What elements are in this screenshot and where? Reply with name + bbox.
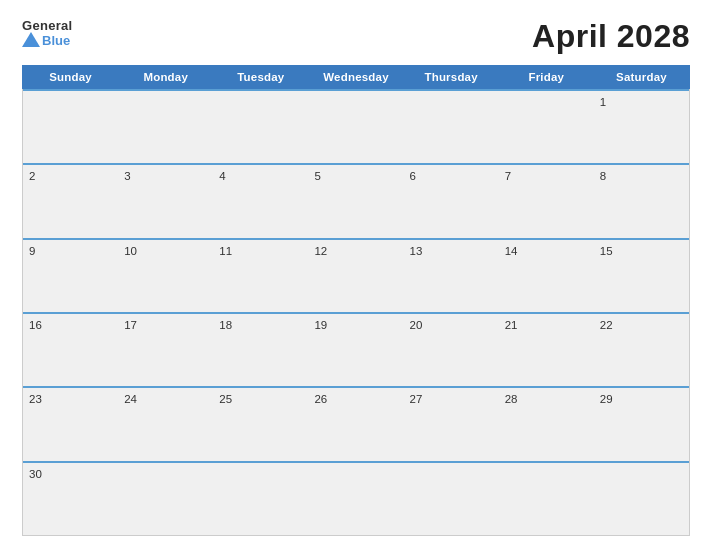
cal-cell-w5-thu: 27 [404, 388, 499, 460]
cal-cell-w3-mon: 10 [118, 240, 213, 312]
week-row-5: 23 24 25 26 27 28 29 [23, 386, 689, 460]
cal-cell-w1-sun [23, 91, 118, 163]
calendar-header-row: Sunday Monday Tuesday Wednesday Thursday… [22, 65, 690, 89]
cal-cell-w1-wed [308, 91, 403, 163]
cal-cell-w2-sat: 8 [594, 165, 689, 237]
week-row-4: 16 17 18 19 20 21 22 [23, 312, 689, 386]
cal-cell-w5-fri: 28 [499, 388, 594, 460]
cal-cell-w1-sat: 1 [594, 91, 689, 163]
cal-cell-w6-tue [213, 463, 308, 535]
cal-cell-w5-tue: 25 [213, 388, 308, 460]
cal-cell-w3-thu: 13 [404, 240, 499, 312]
cal-cell-w6-fri [499, 463, 594, 535]
cal-cell-w2-thu: 6 [404, 165, 499, 237]
cal-cell-w6-wed [308, 463, 403, 535]
cal-cell-w3-sun: 9 [23, 240, 118, 312]
cal-cell-w5-mon: 24 [118, 388, 213, 460]
header-monday: Monday [118, 66, 213, 88]
cal-cell-w5-sat: 29 [594, 388, 689, 460]
cal-cell-w1-mon [118, 91, 213, 163]
cal-cell-w2-sun: 2 [23, 165, 118, 237]
cal-cell-w2-fri: 7 [499, 165, 594, 237]
cal-cell-w4-wed: 19 [308, 314, 403, 386]
cal-cell-w5-sun: 23 [23, 388, 118, 460]
cal-cell-w4-sat: 22 [594, 314, 689, 386]
header-tuesday: Tuesday [213, 66, 308, 88]
cal-cell-w4-fri: 21 [499, 314, 594, 386]
cal-cell-w4-tue: 18 [213, 314, 308, 386]
week-row-3: 9 10 11 12 13 14 15 [23, 238, 689, 312]
header: General Blue April 2028 [22, 18, 690, 55]
cal-cell-w6-thu [404, 463, 499, 535]
header-friday: Friday [499, 66, 594, 88]
logo-blue-text: Blue [42, 33, 70, 48]
logo-triangle-icon [22, 32, 40, 47]
cal-cell-w1-fri [499, 91, 594, 163]
cal-cell-w3-tue: 11 [213, 240, 308, 312]
logo: General Blue [22, 18, 73, 48]
cal-cell-w3-fri: 14 [499, 240, 594, 312]
cal-cell-w5-wed: 26 [308, 388, 403, 460]
cal-cell-w4-sun: 16 [23, 314, 118, 386]
page: General Blue April 2028 Sunday Monday Tu… [0, 0, 712, 550]
calendar-body: 1 2 3 4 5 6 7 8 9 10 11 12 13 14 15 [22, 89, 690, 536]
header-thursday: Thursday [404, 66, 499, 88]
header-sunday: Sunday [23, 66, 118, 88]
cal-cell-w1-thu [404, 91, 499, 163]
header-wednesday: Wednesday [308, 66, 403, 88]
cal-cell-w6-sun: 30 [23, 463, 118, 535]
cal-cell-w3-sat: 15 [594, 240, 689, 312]
header-saturday: Saturday [594, 66, 689, 88]
cal-cell-w4-thu: 20 [404, 314, 499, 386]
cal-cell-w2-wed: 5 [308, 165, 403, 237]
week-row-6: 30 [23, 461, 689, 535]
cal-cell-w3-wed: 12 [308, 240, 403, 312]
cal-cell-w6-mon [118, 463, 213, 535]
cal-cell-w6-sat [594, 463, 689, 535]
calendar-title: April 2028 [532, 18, 690, 55]
cal-cell-w2-tue: 4 [213, 165, 308, 237]
week-row-1: 1 [23, 89, 689, 163]
logo-general-text: General [22, 18, 73, 33]
cal-cell-w2-mon: 3 [118, 165, 213, 237]
week-row-2: 2 3 4 5 6 7 8 [23, 163, 689, 237]
logo-blue-row: Blue [22, 33, 70, 48]
cal-cell-w1-tue [213, 91, 308, 163]
calendar: Sunday Monday Tuesday Wednesday Thursday… [22, 65, 690, 536]
cal-cell-w4-mon: 17 [118, 314, 213, 386]
